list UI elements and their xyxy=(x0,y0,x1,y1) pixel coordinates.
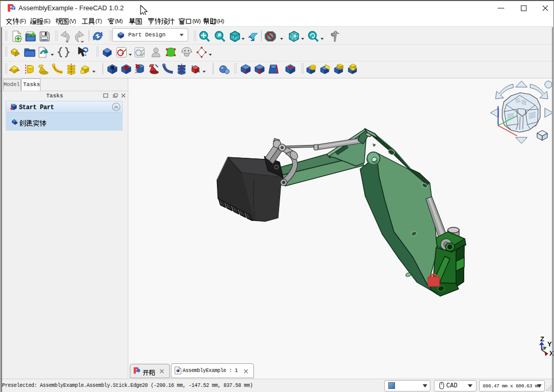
svg-text:Z: Z xyxy=(540,335,544,343)
svg-text:Y: Y xyxy=(547,340,552,348)
